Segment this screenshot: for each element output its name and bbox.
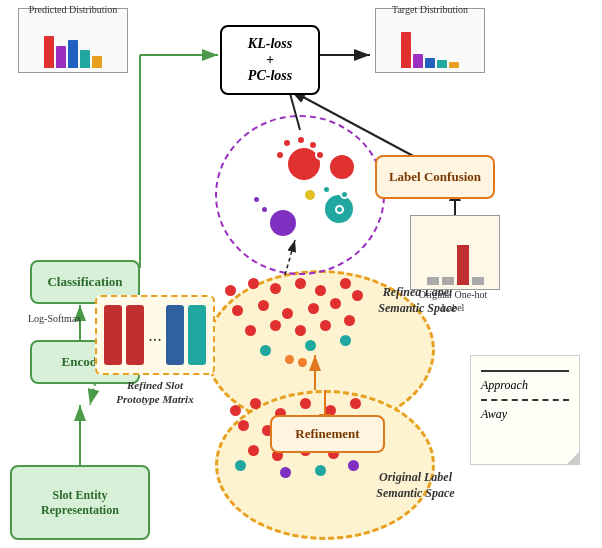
ref-dot-17 bbox=[344, 315, 355, 326]
orig-teal-2 bbox=[315, 465, 326, 476]
ref-dot-13 bbox=[245, 325, 256, 336]
cluster-small-dot-5 bbox=[275, 150, 285, 160]
prototype-matrix-box: ... bbox=[95, 295, 215, 375]
target-bar-1 bbox=[401, 32, 411, 68]
ref-dot-1 bbox=[225, 285, 236, 296]
target-distribution-label: Target Distribution bbox=[375, 4, 485, 15]
legend-solid-line bbox=[481, 370, 569, 372]
classification-label: Classification bbox=[47, 274, 122, 290]
matrix-col-4 bbox=[188, 305, 206, 365]
cluster-small-dot-2 bbox=[296, 135, 306, 145]
label-confusion-label: Label Confusion bbox=[389, 169, 481, 185]
kl-loss-label: KL-loss+PC-loss bbox=[248, 36, 292, 84]
pred-bar-4 bbox=[80, 50, 90, 68]
legend-dashed-line bbox=[481, 399, 569, 401]
matrix-ellipsis: ... bbox=[148, 325, 162, 346]
pred-bar-5 bbox=[92, 56, 102, 68]
cluster-small-dot-4 bbox=[315, 150, 325, 160]
onehot-bars bbox=[427, 240, 484, 285]
ref-teal-2 bbox=[305, 340, 316, 351]
cluster-small-purple-2 bbox=[252, 195, 261, 204]
cluster-dot-purple bbox=[270, 210, 296, 236]
target-bar-4 bbox=[437, 60, 447, 68]
orig-dot-1 bbox=[230, 405, 241, 416]
away-label: Away bbox=[481, 407, 569, 422]
cluster-small-teal-1 bbox=[322, 185, 331, 194]
matrix-col-3 bbox=[166, 305, 184, 365]
onehot-label: Original One-hotLabel bbox=[408, 288, 498, 314]
ref-teal-1 bbox=[260, 345, 271, 356]
target-bar-5 bbox=[449, 62, 459, 68]
pred-histogram bbox=[42, 30, 104, 70]
ref-orange-1 bbox=[285, 355, 294, 364]
ref-dot-9 bbox=[282, 308, 293, 319]
matrix-col-2 bbox=[126, 305, 144, 365]
refinement-box: Refinement bbox=[270, 415, 385, 453]
ref-dot-10 bbox=[308, 303, 319, 314]
cluster-small-purple-1 bbox=[260, 205, 269, 214]
orig-purple-1 bbox=[280, 467, 291, 478]
predicted-distribution-label: Predicted Distribution bbox=[18, 4, 128, 15]
cluster-small-teal-2 bbox=[340, 190, 349, 199]
kl-loss-box: KL-loss+PC-loss bbox=[220, 25, 320, 95]
cluster-small-dot-1 bbox=[282, 138, 292, 148]
orig-teal-1 bbox=[235, 460, 246, 471]
orig-dot-6 bbox=[350, 398, 361, 409]
orig-dot-4 bbox=[300, 398, 311, 409]
diagram-container: Predicted Distribution Target Distributi… bbox=[0, 0, 602, 548]
onehot-bar-2 bbox=[442, 277, 454, 285]
ref-dot-3 bbox=[270, 283, 281, 294]
ref-dot-16 bbox=[320, 320, 331, 331]
onehot-box bbox=[410, 215, 500, 290]
slot-entity-label: Slot EntityRepresentation bbox=[41, 488, 119, 518]
pred-bar-2 bbox=[56, 46, 66, 68]
refinement-label: Refinement bbox=[295, 426, 359, 442]
cluster-small-dot-3 bbox=[308, 140, 318, 150]
target-bar-3 bbox=[425, 58, 435, 68]
ref-dot-5 bbox=[315, 285, 326, 296]
cluster-dot-red-right bbox=[330, 155, 354, 179]
target-bar-2 bbox=[413, 54, 423, 68]
onehot-bar-1 bbox=[427, 277, 439, 285]
label-confusion-box: Label Confusion bbox=[375, 155, 495, 199]
target-distribution-box bbox=[375, 8, 485, 73]
ref-dot-15 bbox=[295, 325, 306, 336]
onehot-bar-main bbox=[457, 245, 469, 285]
orig-dot-7 bbox=[238, 420, 249, 431]
ref-dot-7 bbox=[232, 305, 243, 316]
pred-bar-3 bbox=[68, 40, 78, 68]
slot-entity-box: Slot EntityRepresentation bbox=[10, 465, 150, 540]
onehot-bar-4 bbox=[472, 277, 484, 285]
target-histogram bbox=[399, 30, 461, 70]
pred-bar-1 bbox=[44, 36, 54, 68]
original-label-text: Original LabelSemantic Space bbox=[358, 470, 473, 501]
predicted-distribution-box bbox=[18, 8, 128, 73]
matrix-col-1 bbox=[104, 305, 122, 365]
ref-teal-3 bbox=[340, 335, 351, 346]
approach-label: Approach bbox=[481, 378, 569, 393]
ref-dot-6 bbox=[340, 278, 351, 289]
prototype-matrix-label: Refined SlotPrototype Matrix bbox=[95, 378, 215, 407]
orig-dot-2 bbox=[250, 398, 261, 409]
cluster-small-teal-3 bbox=[335, 205, 344, 214]
ref-dot-4 bbox=[295, 278, 306, 289]
log-softmax-label: Log-Softmax bbox=[28, 313, 81, 324]
orig-dot-12 bbox=[248, 445, 259, 456]
ref-dot-8 bbox=[258, 300, 269, 311]
ref-dot-2 bbox=[248, 278, 259, 289]
ref-orange-2 bbox=[298, 358, 307, 367]
ref-dot-11 bbox=[330, 298, 341, 309]
cluster-dot-yellow bbox=[305, 190, 315, 200]
legend-box: Approach Away bbox=[470, 355, 580, 465]
ref-dot-14 bbox=[270, 320, 281, 331]
